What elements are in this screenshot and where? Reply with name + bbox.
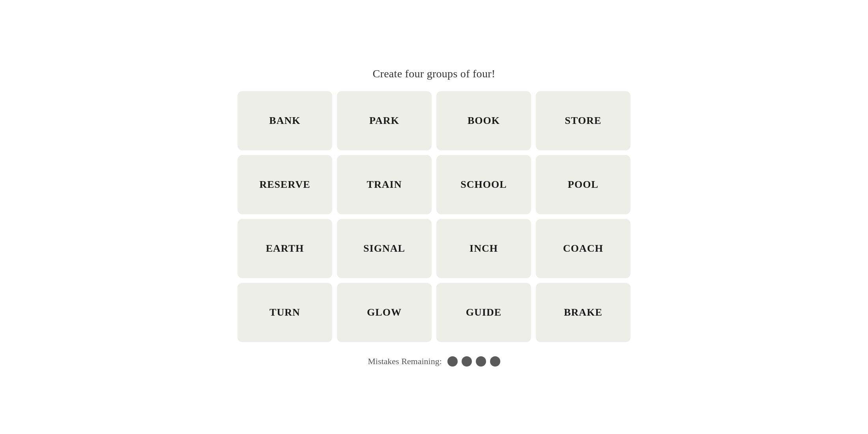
tile-label-park: PARK [369, 115, 399, 127]
mistake-dot-4 [490, 356, 500, 367]
tile-earth[interactable]: EARTH [238, 219, 332, 278]
tile-label-coach: COACH [563, 243, 603, 254]
tile-park[interactable]: PARK [337, 91, 432, 150]
tile-signal[interactable]: SIGNAL [337, 219, 432, 278]
tile-label-store: STORE [565, 115, 602, 127]
mistakes-label: Mistakes Remaining: [368, 356, 442, 367]
tile-inch[interactable]: INCH [436, 219, 531, 278]
tile-label-bank: BANK [269, 115, 300, 127]
tile-label-pool: POOL [568, 179, 599, 191]
tile-coach[interactable]: COACH [536, 219, 630, 278]
tile-turn[interactable]: TURN [238, 283, 332, 342]
tile-label-school: SCHOOL [460, 179, 507, 191]
tile-label-signal: SIGNAL [363, 243, 405, 254]
tile-pool[interactable]: POOL [536, 155, 630, 214]
mistake-dot-2 [462, 356, 472, 367]
game-container: Create four groups of four! BANKPARKBOOK… [229, 67, 639, 367]
tile-label-book: BOOK [468, 115, 500, 127]
tile-store[interactable]: STORE [536, 91, 630, 150]
tile-label-brake: BRAKE [564, 307, 602, 318]
tiles-grid: BANKPARKBOOKSTORERESERVETRAINSCHOOLPOOLE… [238, 91, 630, 342]
tile-glow[interactable]: GLOW [337, 283, 432, 342]
tile-label-glow: GLOW [367, 307, 402, 318]
tile-guide[interactable]: GUIDE [436, 283, 531, 342]
tile-brake[interactable]: BRAKE [536, 283, 630, 342]
mistake-dot-1 [447, 356, 458, 367]
tile-label-earth: EARTH [266, 243, 304, 254]
tile-train[interactable]: TRAIN [337, 155, 432, 214]
tile-label-inch: INCH [470, 243, 498, 254]
mistakes-row: Mistakes Remaining: [368, 356, 500, 367]
tile-reserve[interactable]: RESERVE [238, 155, 332, 214]
mistake-dot-3 [476, 356, 486, 367]
tile-label-reserve: RESERVE [259, 179, 310, 191]
game-subtitle: Create four groups of four! [373, 67, 496, 80]
tile-school[interactable]: SCHOOL [436, 155, 531, 214]
tile-label-guide: GUIDE [466, 307, 501, 318]
tile-label-train: TRAIN [367, 179, 402, 191]
mistakes-dots [447, 356, 500, 367]
tile-label-turn: TURN [269, 307, 300, 318]
tile-book[interactable]: BOOK [436, 91, 531, 150]
tile-bank[interactable]: BANK [238, 91, 332, 150]
